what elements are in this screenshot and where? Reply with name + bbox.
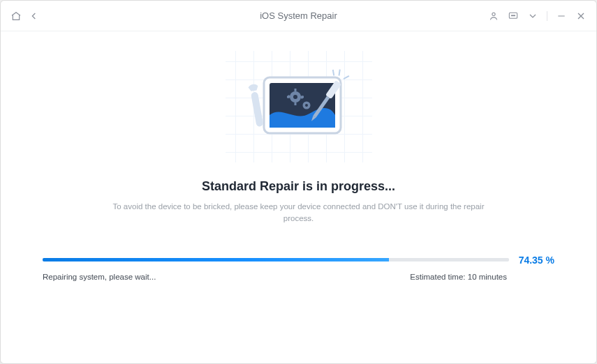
titlebar: iOS System Repair <box>1 1 596 31</box>
progress-estimated-time: Estimated time: 10 minutes <box>410 273 554 281</box>
svg-rect-13 <box>294 103 296 105</box>
feedback-icon[interactable] <box>508 10 519 22</box>
back-arrow-icon[interactable] <box>29 10 40 22</box>
close-icon[interactable] <box>575 10 587 22</box>
svg-line-24 <box>330 70 336 75</box>
svg-point-11 <box>293 95 297 99</box>
progress-headline: Standard Repair is in progress... <box>202 179 395 194</box>
user-icon[interactable] <box>488 10 499 22</box>
titlebar-separator <box>547 11 547 21</box>
repair-illustration <box>226 51 372 162</box>
content-area: Standard Repair is in progress... To avo… <box>1 31 596 363</box>
svg-point-2 <box>511 15 512 15</box>
svg-rect-20 <box>251 91 264 127</box>
svg-point-4 <box>514 15 515 15</box>
progress-under-row: Repairing system, please wait... Estimat… <box>43 273 554 281</box>
progress-row: 74.35 % <box>43 255 554 266</box>
titlebar-right <box>461 10 587 22</box>
svg-rect-12 <box>294 89 296 91</box>
app-window: iOS System Repair <box>0 0 597 364</box>
svg-point-19 <box>305 104 308 107</box>
progress-bar <box>43 258 509 261</box>
chevron-down-icon[interactable] <box>527 10 538 22</box>
minimize-icon[interactable] <box>556 10 567 22</box>
titlebar-left <box>10 10 136 22</box>
progress-percent-label: 74.35 % <box>519 255 554 266</box>
progress-bar-fill <box>43 258 389 261</box>
svg-point-0 <box>492 13 495 15</box>
window-title: iOS System Repair <box>136 10 461 21</box>
progress-status-text: Repairing system, please wait... <box>43 273 156 281</box>
svg-line-26 <box>344 75 349 81</box>
home-icon[interactable] <box>10 10 22 22</box>
svg-line-25 <box>337 70 342 76</box>
svg-point-3 <box>513 15 513 15</box>
progress-subnote: To avoid the device to be bricked, pleas… <box>103 201 494 225</box>
progress-block: 74.35 % Repairing system, please wait...… <box>43 255 554 281</box>
